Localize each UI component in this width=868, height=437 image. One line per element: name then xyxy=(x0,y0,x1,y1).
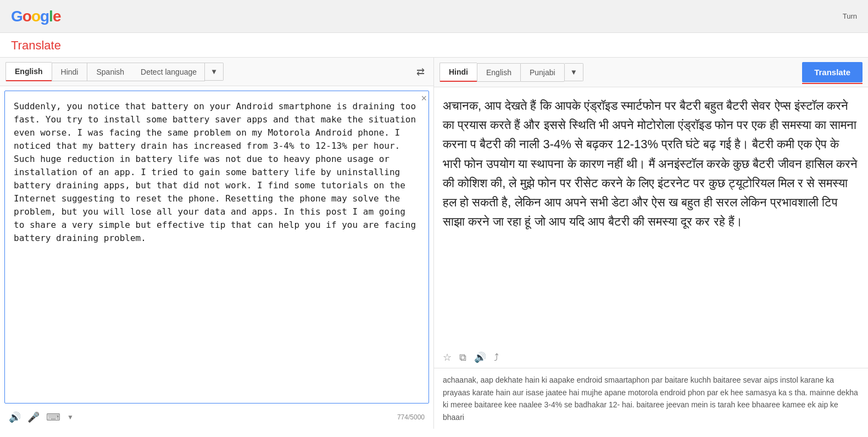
translate-btn-group: Translate xyxy=(797,62,863,82)
main-container: English Hindi Spanish Detect language ▼ … xyxy=(0,58,868,429)
logo-l: l xyxy=(49,8,53,25)
app-header: Google Turn xyxy=(0,0,868,33)
source-lang-dropdown-btn[interactable]: ▼ xyxy=(205,63,224,81)
sub-header: Translate xyxy=(0,33,868,58)
target-lang-tab-hindi[interactable]: Hindi xyxy=(439,63,477,82)
logo-g: G xyxy=(11,8,23,25)
logo-g2: g xyxy=(40,8,49,25)
speaker-icon[interactable]: 🔊 xyxy=(9,411,21,423)
clear-source-button[interactable]: × xyxy=(421,93,427,104)
logo-e: e xyxy=(53,8,61,25)
source-lang-tab-spanish[interactable]: Spanish xyxy=(87,63,133,81)
logo-o1: o xyxy=(23,8,31,25)
source-lang-tab-english[interactable]: English xyxy=(5,62,52,81)
translation-hindi-output: अचानक, आप देखते हैं कि आपके एंड्रॉइड स्म… xyxy=(434,87,868,347)
source-icons: 🔊 🎤 ⌨ ▼ xyxy=(9,411,74,423)
source-textarea[interactable]: Suddenly, you notice that battery on you… xyxy=(4,91,429,404)
target-lang-dropdown-btn[interactable]: ▼ xyxy=(565,63,583,81)
textarea-footer: 🔊 🎤 ⌨ ▼ 774/5000 xyxy=(0,408,433,429)
source-lang-tab-detect[interactable]: Detect language xyxy=(133,63,205,81)
share-icon[interactable]: ⤴ xyxy=(494,352,499,363)
swap-languages-button[interactable]: ⇄ xyxy=(413,63,428,81)
logo-o2: o xyxy=(31,8,40,25)
mic-icon[interactable]: 🎤 xyxy=(27,411,40,423)
target-lang-tab-english[interactable]: English xyxy=(477,63,520,82)
star-icon[interactable]: ☆ xyxy=(443,351,452,363)
right-panel: Hindi English Punjabi ▼ Translate अचानक,… xyxy=(434,58,868,429)
speaker-output-icon[interactable]: 🔊 xyxy=(474,351,486,363)
page-title: Translate xyxy=(11,38,61,53)
source-lang-tab-hindi[interactable]: Hindi xyxy=(52,63,87,81)
source-text-wrapper: × Suddenly, you notice that battery on y… xyxy=(0,86,433,429)
left-panel: English Hindi Spanish Detect language ▼ … xyxy=(0,58,434,429)
char-count: 774/5000 xyxy=(397,413,425,421)
google-logo: Google xyxy=(11,8,60,25)
header-right-text: Turn xyxy=(843,12,857,20)
source-lang-bar: English Hindi Spanish Detect language ▼ … xyxy=(0,58,433,86)
translate-button[interactable]: Translate xyxy=(802,62,863,82)
target-lang-bar: Hindi English Punjabi ▼ Translate xyxy=(434,58,868,87)
keyboard-icon[interactable]: ⌨ xyxy=(46,411,60,423)
romanized-output: achaanak, aap dekhate hain ki aapake end… xyxy=(434,368,868,429)
keyboard-dropdown-icon[interactable]: ▼ xyxy=(67,413,74,421)
copy-icon[interactable]: ⧉ xyxy=(459,352,466,363)
translation-icons: ☆ ⧉ 🔊 ⤴ xyxy=(434,347,868,368)
target-lang-tab-punjabi[interactable]: Punjabi xyxy=(520,63,565,82)
